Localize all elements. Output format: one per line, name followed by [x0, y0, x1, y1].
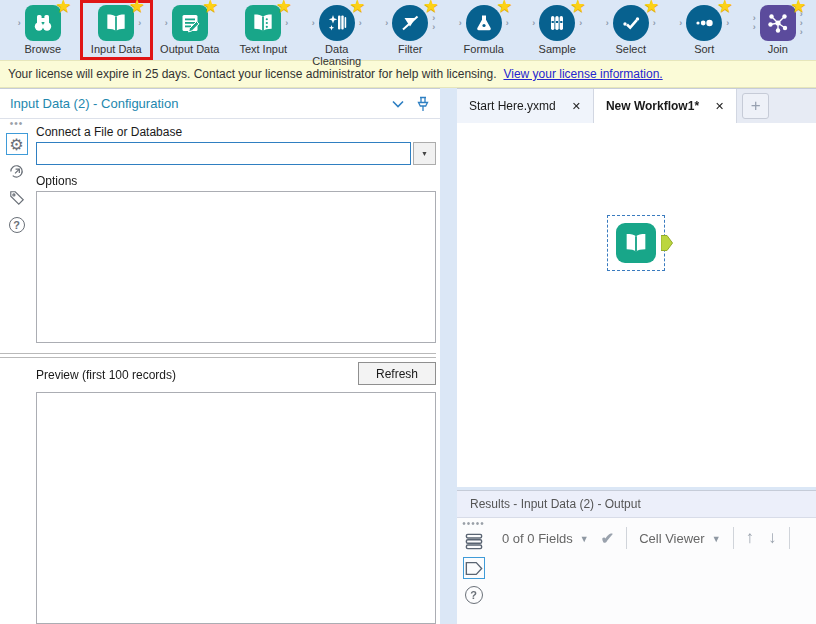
help-icon[interactable]: ? — [6, 214, 28, 236]
toolbar-divider — [733, 527, 734, 549]
drag-handle-dots-icon[interactable]: ••••• — [462, 520, 485, 528]
toolbar-divider — [626, 527, 627, 549]
navigation-arrow-icon[interactable] — [6, 160, 28, 182]
configuration-title: Input Data (2) - Configuration — [10, 96, 380, 111]
close-icon[interactable]: ✕ — [715, 100, 724, 113]
output-anchor-icon: ››› — [800, 5, 803, 41]
configuration-header: Input Data (2) - Configuration — [0, 89, 440, 119]
close-icon[interactable]: ✕ — [572, 100, 581, 113]
pin-icon[interactable] — [416, 96, 430, 112]
configuration-panel: Input Data (2) - Configuration ••• ⚙ — [0, 88, 440, 624]
license-warning-bar: Your license will expire in 25 days. Con… — [0, 60, 816, 88]
input-data-icon — [98, 5, 134, 41]
chevron-down-icon[interactable]: ▼ — [712, 534, 721, 544]
tool-select[interactable]: › › ★ Select — [594, 0, 668, 60]
input-anchor-icon: › — [532, 5, 535, 41]
input-anchor-icon: › — [679, 5, 682, 41]
data-table-icon[interactable] — [463, 530, 485, 552]
toolbar-divider — [789, 527, 790, 549]
preview-label: Preview (first 100 records) — [36, 368, 176, 382]
new-workflow-button[interactable]: + — [742, 93, 769, 119]
input-anchor-icon: › — [459, 5, 462, 41]
options-label: Options — [36, 174, 436, 188]
results-main: 0 of 0 Fields ▼ ✔ Cell Viewer ▼ ↑ ↓ — [490, 518, 816, 624]
output-anchor-icon: › — [506, 5, 509, 41]
collapse-chevron-icon[interactable] — [392, 100, 404, 108]
sort-icon — [686, 5, 722, 41]
tool-label: Formula — [464, 43, 504, 55]
help-icon[interactable]: ? — [463, 584, 485, 606]
output-anchor-icon: › — [285, 5, 288, 41]
metadata-tag-icon[interactable] — [463, 557, 485, 579]
output-anchor-icon: › — [653, 5, 656, 41]
alteryx-designer-window: › ★ Browse — [0, 0, 816, 624]
configuration-content: Connect a File or Database ▼ Options Pre… — [33, 119, 440, 624]
fields-status: 0 of 0 Fields — [502, 531, 573, 546]
tool-text-input[interactable]: › ★ Text Input — [227, 0, 301, 60]
connect-file-input[interactable] — [36, 142, 411, 165]
results-body: ••••• ? — [457, 518, 816, 624]
input-anchor-icon: ›› — [753, 5, 756, 41]
text-input-icon — [245, 5, 281, 41]
tool-label: Text Input — [239, 43, 287, 55]
drag-handle-dots-icon[interactable]: ••• — [10, 120, 24, 128]
options-box — [36, 191, 436, 343]
select-icon — [613, 5, 649, 41]
checkmark-icon[interactable]: ✔ — [601, 529, 614, 548]
join-icon — [760, 5, 796, 41]
annotation-tag-icon[interactable] — [6, 187, 28, 209]
connect-file-label: Connect a File or Database — [36, 125, 436, 139]
tool-sort[interactable]: › › ★ Sort — [668, 0, 742, 60]
output-anchor-icon: › — [138, 5, 141, 41]
tool-filter[interactable]: › ›› ★ Filter — [374, 0, 448, 60]
canvas-input-data-tool[interactable] — [607, 215, 665, 271]
tool-join[interactable]: ›› ››› ★ — [741, 0, 815, 60]
license-info-link[interactable]: View your license information. — [503, 67, 662, 81]
tool-formula[interactable]: › › ★ Formula — [447, 0, 521, 60]
tool-label: Input Data — [91, 43, 142, 55]
favorite-star-icon: ★ — [423, 0, 439, 15]
tab-label: New Workflow1* — [606, 99, 699, 113]
arrow-down-icon[interactable]: ↓ — [768, 528, 777, 548]
tool-browse[interactable]: › ★ Browse — [6, 0, 80, 60]
workflow-canvas[interactable] — [457, 123, 816, 487]
browse-icon — [25, 5, 61, 41]
input-anchor-icon: › — [165, 5, 168, 41]
tab-new-workflow1[interactable]: New Workflow1* ✕ — [594, 89, 737, 123]
output-anchor-icon: › — [359, 5, 362, 41]
refresh-button[interactable]: Refresh — [358, 362, 436, 385]
panel-divider[interactable] — [440, 88, 457, 624]
settings-gear-icon[interactable]: ⚙ — [6, 133, 28, 155]
tool-label: Browse — [24, 43, 61, 55]
main-area: Input Data (2) - Configuration ••• ⚙ — [0, 88, 816, 624]
cell-viewer-label[interactable]: Cell Viewer — [639, 531, 705, 546]
favorite-star-icon: ★ — [570, 0, 586, 15]
input-anchor-icon: › — [18, 5, 21, 41]
formula-icon — [466, 5, 502, 41]
tool-label: Sample — [539, 43, 576, 55]
tool-input-data[interactable]: › ★ Input Data — [80, 0, 154, 60]
tab-start-here[interactable]: Start Here.yxmd ✕ — [457, 89, 594, 123]
filter-icon — [392, 5, 428, 41]
panel-splitter[interactable] — [0, 353, 436, 358]
arrow-up-icon[interactable]: ↑ — [746, 528, 755, 548]
configuration-body: ••• ⚙ ? Connect a File or — [0, 119, 440, 624]
results-header: Results - Input Data (2) - Output — [457, 491, 816, 518]
tool-data-cleansing[interactable]: › › ★ Data Cleansing — [300, 0, 374, 60]
preview-box — [36, 392, 436, 624]
tool-sample[interactable]: › › ★ Sample — [521, 0, 595, 60]
tab-label: Start Here.yxmd — [469, 99, 556, 113]
tool-label: Output Data — [160, 43, 219, 55]
output-anchor-icon: › — [579, 5, 582, 41]
favorite-star-icon: ★ — [717, 0, 733, 15]
connect-dropdown-button[interactable]: ▼ — [413, 142, 436, 165]
input-anchor-icon: › — [606, 5, 609, 41]
tool-label: Sort — [694, 43, 714, 55]
workflow-tab-bar: Start Here.yxmd ✕ New Workflow1* ✕ + — [457, 89, 816, 123]
license-message: Your license will expire in 25 days. Con… — [8, 67, 496, 81]
chevron-down-icon[interactable]: ▼ — [580, 534, 589, 544]
tool-label: Join — [768, 43, 788, 55]
tool-output-data[interactable]: › ★ Output Data — [153, 0, 227, 60]
tool-palette: › ★ Browse — [0, 0, 816, 60]
output-anchor-icon[interactable] — [661, 235, 673, 251]
